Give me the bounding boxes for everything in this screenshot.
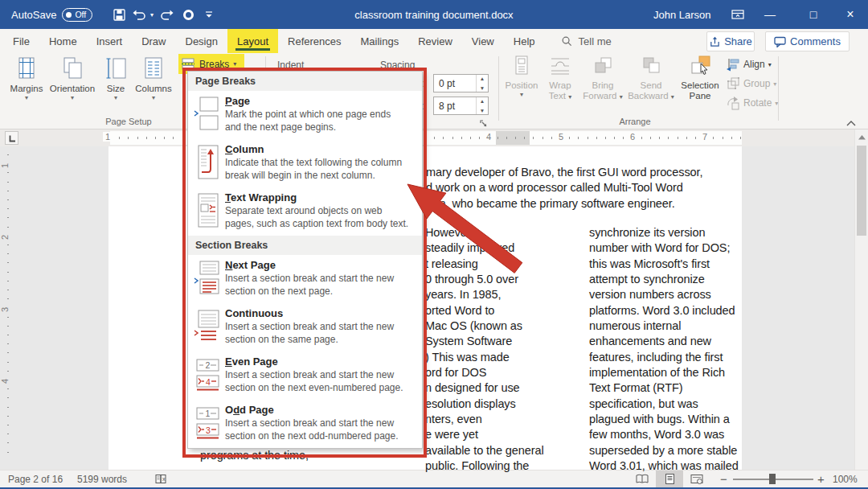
record-circle-icon (182, 8, 195, 22)
selection-pane-button[interactable]: Selection Pane (677, 55, 723, 101)
document-text-line: superseded by a more stable (589, 444, 739, 459)
undo-button[interactable]: ▾ (133, 0, 154, 29)
orientation-button[interactable]: Orientation ▾ (47, 55, 98, 102)
stepper-up-icon[interactable]: ▲ (480, 98, 485, 104)
zoom-level-indicator[interactable]: 100% (833, 471, 858, 487)
undo-dropdown-caret[interactable]: ▾ (150, 11, 154, 18)
tab-layout[interactable]: Layout (227, 29, 278, 53)
size-button[interactable]: Size ▾ (100, 55, 132, 102)
close-button[interactable]: × (834, 0, 866, 29)
arrange-group-label: Arrange (587, 117, 683, 126)
page-setup-group-label: Page Setup (80, 117, 177, 126)
share-button[interactable]: Share (706, 31, 755, 51)
tab-stop-selector[interactable] (5, 131, 18, 145)
breaks-label: Breaks (199, 59, 229, 70)
menu-item-continuous-break[interactable]: Continuous Insert a section break and st… (188, 303, 422, 351)
redo-button[interactable] (159, 0, 174, 29)
comments-button[interactable]: Comments (765, 31, 850, 51)
minimize-button[interactable]: — (754, 0, 786, 29)
maximize-button[interactable]: □ (797, 0, 829, 29)
tab-design[interactable]: Design (176, 29, 227, 53)
menu-item-title: Next Page (225, 259, 394, 272)
menu-item-description: Insert a section break and start the new (225, 417, 398, 429)
tab-view[interactable]: View (462, 29, 504, 53)
ribbon-layout-tab-content: Margins ▾ Orientation ▾ Size ▾ (0, 53, 868, 129)
menu-item-even-page-break[interactable]: 2 4 Even Page Insert a section break and… (188, 351, 422, 400)
document-text-line: steadily improved (425, 241, 544, 257)
stepper-down-icon[interactable]: ▼ (480, 108, 485, 113)
menu-item-description: and the next page begins. (225, 121, 391, 134)
wrap-text-button[interactable]: Wrap Text ▾ (542, 55, 579, 101)
spacing-before-input[interactable]: 0 pt ▲▼ (433, 74, 489, 92)
tab-file[interactable]: File (3, 29, 39, 53)
bring-forward-button[interactable]: Bring Forward ▾ (580, 55, 625, 101)
position-button[interactable]: Position ▾ (503, 55, 540, 99)
menu-item-description: Insert a section break and start the new (225, 368, 403, 381)
document-right-column: synchronize its versionnumber with Word … (589, 226, 739, 475)
tab-mailings[interactable]: Mailings (351, 29, 409, 53)
menu-item-column-break[interactable]: Column Indicate that the text following … (188, 139, 422, 187)
tab-help[interactable]: Help (504, 29, 545, 53)
document-text-line: specification, but was (589, 397, 739, 413)
autosave-switch[interactable]: Off (62, 8, 92, 22)
autosave-toggle[interactable]: AutoSave Off (11, 0, 92, 29)
spacing-after-input[interactable]: 8 pt ▲▼ (433, 97, 489, 115)
document-left-column-line: programs at the time, (200, 449, 309, 462)
page-number-indicator[interactable]: Page 2 of 16 (8, 471, 63, 487)
menu-item-description: section on the same page. (225, 333, 394, 346)
even-page-break-icon: 2 4 (190, 355, 225, 400)
tab-insert[interactable]: Insert (87, 29, 133, 53)
zoom-slider-handle[interactable] (769, 474, 776, 484)
spacing-after-stepper[interactable]: ▲▼ (476, 97, 488, 114)
stepper-up-icon[interactable]: ▲ (480, 76, 485, 81)
group-icon (726, 76, 740, 91)
menu-item-text-wrapping-break[interactable]: Text Wrapping Separate text around objec… (188, 187, 422, 236)
size-dropdown-caret: ▾ (100, 94, 132, 102)
tab-review[interactable]: Review (408, 29, 462, 53)
ribbon-display-options-button[interactable] (722, 0, 754, 29)
next-page-break-icon (190, 259, 225, 303)
spacing-before-stepper[interactable]: ▲▼ (476, 75, 488, 92)
document-text-line: tern, who became the primary software en… (426, 197, 702, 212)
tab-references[interactable]: References (278, 29, 350, 53)
menu-item-description: Separate text around objects on web (225, 204, 408, 217)
quick-access-circle-button[interactable] (182, 0, 195, 29)
document-text-line: synchronize its version (589, 226, 739, 241)
breaks-dropdown-caret: ▾ (233, 60, 236, 68)
group-button[interactable]: Group ▾ (726, 76, 776, 91)
menu-item-description: Insert a section break and start the new (225, 320, 394, 333)
tab-home[interactable]: Home (39, 29, 87, 53)
stepper-down-icon[interactable]: ▼ (480, 85, 485, 91)
save-button[interactable] (113, 0, 126, 29)
page-break-icon (190, 95, 225, 139)
web-layout-icon (690, 474, 704, 485)
margins-button[interactable]: Margins ▾ (6, 55, 47, 102)
collapse-ribbon-button[interactable] (845, 116, 857, 130)
page-breaks-section-header: Page Breaks (188, 72, 422, 91)
menu-item-page-break[interactable]: Page Mark the point at which one page en… (188, 91, 422, 139)
scrollbar-thumb[interactable] (857, 146, 866, 236)
ruler-number: 4 (0, 379, 10, 384)
zoom-in-button[interactable]: + (817, 471, 825, 487)
vertical-scrollbar[interactable] (854, 129, 868, 470)
document-text-line: t releasing (425, 257, 544, 273)
account-user-name[interactable]: John Larson (653, 0, 711, 29)
tab-draw[interactable]: Draw (132, 29, 175, 53)
align-button[interactable]: Align ▾ (726, 57, 772, 72)
rotate-button[interactable]: Rotate ▾ (726, 96, 778, 110)
customize-quick-access-button[interactable] (204, 0, 214, 29)
send-backward-button[interactable]: Send Backward ▾ (627, 55, 675, 101)
columns-button[interactable]: Columns ▾ (132, 55, 175, 102)
menu-item-odd-page-break[interactable]: 1 3 Odd Page Insert a section break and … (188, 400, 422, 448)
scroll-up-icon[interactable] (856, 133, 868, 142)
tell-me-search[interactable]: Tell me (561, 35, 612, 47)
breaks-icon (182, 58, 195, 70)
menu-item-title: Even Page (225, 355, 403, 368)
proofing-status-button[interactable]: x (154, 471, 169, 487)
menu-item-next-page-break[interactable]: Next Page Insert a section break and sta… (188, 255, 422, 303)
ruler-number: 1 (0, 163, 10, 168)
text-wrapping-break-icon (190, 191, 225, 236)
rotate-label: Rotate (743, 97, 772, 109)
word-count-indicator[interactable]: 5199 words (77, 471, 127, 487)
horizontal-ruler[interactable]: 1 4 5 6 7 (0, 129, 854, 146)
